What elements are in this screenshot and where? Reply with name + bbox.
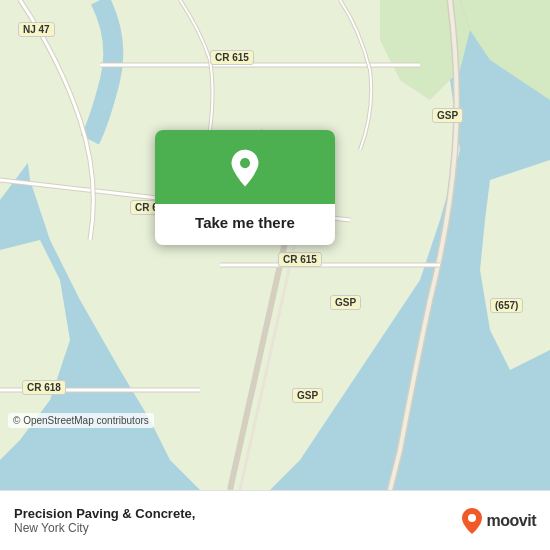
road-label-657: (657)	[490, 298, 523, 313]
moovit-text: moovit	[487, 512, 536, 530]
road-label-cr615-top: CR 615	[210, 50, 254, 65]
map-attribution: © OpenStreetMap contributors	[8, 413, 154, 428]
take-me-there-button[interactable]: Take me there	[179, 204, 311, 245]
bottom-bar: Precision Paving & Concrete, New York Ci…	[0, 490, 550, 550]
business-location: New York City	[14, 521, 461, 535]
popup-card[interactable]: Take me there	[155, 130, 335, 245]
map-container: NJ 47 CR 615 CR 658 CR 615 CR 618 GSP GS…	[0, 0, 550, 490]
road-label-gsp-top: GSP	[432, 108, 463, 123]
road-label-gsp-mid: GSP	[330, 295, 361, 310]
svg-point-20	[468, 514, 476, 522]
road-label-cr618: CR 618	[22, 380, 66, 395]
location-pin-icon	[224, 148, 266, 190]
road-label-nj47: NJ 47	[18, 22, 55, 37]
road-label-gsp-bot: GSP	[292, 388, 323, 403]
road-label-cr615-mid: CR 615	[278, 252, 322, 267]
moovit-logo: moovit	[461, 507, 536, 535]
business-name: Precision Paving & Concrete,	[14, 506, 461, 521]
popup-green-area	[155, 130, 335, 204]
business-info: Precision Paving & Concrete, New York Ci…	[14, 506, 461, 535]
moovit-pin-icon	[461, 507, 483, 535]
svg-point-19	[240, 158, 250, 168]
